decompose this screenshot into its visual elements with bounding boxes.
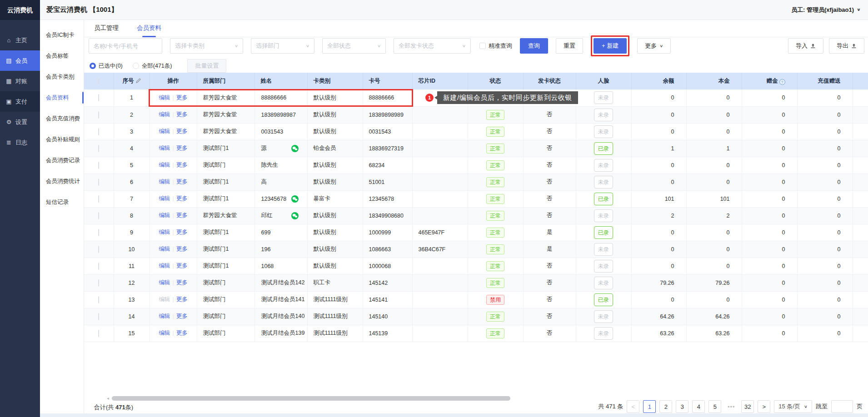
- row-checkbox[interactable]: [98, 179, 99, 186]
- row-checkbox[interactable]: [98, 263, 99, 270]
- more-link[interactable]: 更多: [176, 179, 188, 185]
- more-link[interactable]: 更多: [176, 229, 188, 235]
- row-checkbox[interactable]: [98, 94, 99, 101]
- edit-link[interactable]: 编辑: [159, 195, 170, 202]
- edit-link[interactable]: 编辑: [159, 279, 170, 286]
- sidebar-item-对账[interactable]: ▦对账: [0, 71, 40, 91]
- secondary-nav-item-会员资料[interactable]: 会员资料: [40, 87, 84, 108]
- all-radio[interactable]: 全部(471条): [133, 62, 172, 70]
- edit-link[interactable]: 编辑: [159, 212, 170, 218]
- more-link[interactable]: 更多: [176, 195, 188, 202]
- row-checkbox[interactable]: [98, 128, 99, 135]
- edit-link[interactable]: 编辑: [159, 246, 170, 252]
- pencil-icon[interactable]: [136, 78, 141, 84]
- more-link[interactable]: 更多: [176, 330, 188, 336]
- more-link[interactable]: 更多: [176, 313, 188, 319]
- secondary-nav-item-会员卡类别[interactable]: 会员卡类别: [40, 66, 84, 87]
- edit-link[interactable]: 编辑: [159, 111, 170, 118]
- secondary-nav-item-会员IC制卡[interactable]: 会员IC制卡: [40, 25, 84, 45]
- page-button-2[interactable]: 2: [659, 400, 672, 413]
- employee-menu[interactable]: 员工: 管理员(xfjaibao1) ∨: [791, 6, 861, 14]
- row-checkbox[interactable]: [98, 145, 99, 152]
- batch-set-button[interactable]: 批量设置: [187, 59, 226, 73]
- edit-link[interactable]: 编辑: [159, 128, 170, 134]
- more-link[interactable]: 更多: [176, 246, 188, 252]
- sidebar-item-设置[interactable]: ⚙设置: [0, 112, 40, 132]
- import-button[interactable]: 导入: [788, 38, 823, 54]
- row-checkbox[interactable]: [98, 195, 99, 203]
- row-checkbox[interactable]: [98, 296, 99, 303]
- sidebar-item-支付[interactable]: ▣支付: [0, 91, 40, 112]
- more-link[interactable]: 更多: [176, 296, 188, 303]
- selection-row: 已选中(0) 全部(471条) 批量设置: [90, 59, 226, 73]
- face-cell: 未录: [576, 258, 631, 274]
- next-page-button[interactable]: >: [758, 400, 770, 413]
- filter-select-4[interactable]: 全部发卡状态∨: [394, 38, 471, 54]
- edit-link[interactable]: 编辑: [159, 313, 170, 319]
- more-link[interactable]: 更多: [176, 279, 188, 286]
- filter-select-2[interactable]: 选择部门∨: [251, 38, 314, 54]
- sidebar-item-会员[interactable]: ▤会员: [0, 50, 40, 71]
- secondary-nav-item-会员补贴规则[interactable]: 会员补贴规则: [40, 129, 84, 150]
- extra-cell: [853, 140, 868, 157]
- select-all-checkbox[interactable]: [98, 78, 99, 85]
- edit-link[interactable]: 编辑: [159, 263, 170, 269]
- row-checkbox[interactable]: [98, 162, 99, 169]
- row-checkbox[interactable]: [98, 330, 99, 337]
- row-checkbox[interactable]: [98, 279, 99, 287]
- table-header-row: 序号操作所属部门姓名卡类别卡号芯片ID状态发卡状态人脸余额本金赠金?充值赠送: [84, 73, 868, 89]
- edit-link[interactable]: 编辑: [159, 162, 170, 168]
- edit-link[interactable]: 编辑: [159, 179, 170, 185]
- row-checkbox[interactable]: [98, 246, 99, 253]
- tab-会员资料[interactable]: 会员资料: [137, 20, 161, 37]
- secondary-nav-item-会员消费记录[interactable]: 会员消费记录: [40, 150, 84, 171]
- page-button-4[interactable]: 4: [692, 400, 705, 413]
- more-link[interactable]: 更多: [176, 94, 188, 101]
- filter-select-1[interactable]: 选择卡类别∨: [170, 38, 243, 54]
- edit-link[interactable]: 编辑: [159, 330, 170, 336]
- edit-link[interactable]: 编辑: [159, 145, 170, 151]
- jump-page-input[interactable]: [831, 400, 853, 413]
- row-checkbox[interactable]: [98, 212, 99, 219]
- more-link[interactable]: 更多: [176, 263, 188, 269]
- edit-link[interactable]: 编辑: [159, 94, 170, 101]
- scrollbar-thumb[interactable]: [112, 396, 510, 401]
- more-link[interactable]: 更多: [176, 111, 188, 118]
- more-link[interactable]: 更多: [176, 162, 188, 168]
- secondary-nav-item-会员消费统计[interactable]: 会员消费统计: [40, 171, 84, 192]
- row-checkbox[interactable]: [98, 313, 99, 320]
- edit-link[interactable]: 编辑: [159, 229, 170, 235]
- page-size-select[interactable]: 15 条/页∨: [774, 400, 812, 413]
- page-button-32[interactable]: 32: [741, 400, 754, 413]
- page-button-3[interactable]: 3: [676, 400, 688, 413]
- create-button[interactable]: + 新建: [594, 38, 627, 54]
- export-button[interactable]: 导出: [829, 38, 864, 54]
- sidebar-item-日志[interactable]: ≣日志: [0, 132, 40, 153]
- page-button-1[interactable]: 1: [643, 400, 656, 413]
- card-no-cell: 18389898989: [363, 106, 412, 123]
- filter-select-3[interactable]: 全部状态∨: [322, 38, 386, 54]
- search-input[interactable]: [89, 38, 162, 54]
- query-button[interactable]: 查询: [520, 38, 548, 54]
- sidebar-item-主页[interactable]: ⌂主页: [0, 30, 40, 50]
- more-link[interactable]: 更多: [176, 212, 188, 218]
- row-checkbox[interactable]: [98, 111, 99, 119]
- home-icon: ⌂: [5, 37, 12, 44]
- more-button[interactable]: 更多 ∨: [637, 38, 671, 54]
- secondary-nav-item-会员标签[interactable]: 会员标签: [40, 45, 84, 66]
- row-checkbox[interactable]: [98, 229, 99, 236]
- reset-button[interactable]: 重置: [556, 38, 583, 54]
- more-link[interactable]: 更多: [176, 145, 188, 151]
- edit-link[interactable]: 编辑: [159, 296, 170, 303]
- page-button-5[interactable]: 5: [708, 400, 721, 413]
- help-icon[interactable]: ?: [779, 79, 785, 85]
- row-select-cell: [84, 123, 114, 140]
- more-link[interactable]: 更多: [176, 128, 188, 134]
- prev-page-button[interactable]: <: [627, 400, 639, 413]
- tab-员工管理[interactable]: 员工管理: [94, 20, 119, 37]
- scroll-left-icon[interactable]: ◂: [107, 396, 109, 401]
- secondary-nav-item-会员充值消费[interactable]: 会员充值消费: [40, 108, 84, 129]
- secondary-nav-item-短信记录[interactable]: 短信记录: [40, 192, 84, 213]
- precise-query-checkbox[interactable]: 精准查询: [479, 42, 512, 50]
- selected-radio[interactable]: 已选中(0): [90, 62, 123, 70]
